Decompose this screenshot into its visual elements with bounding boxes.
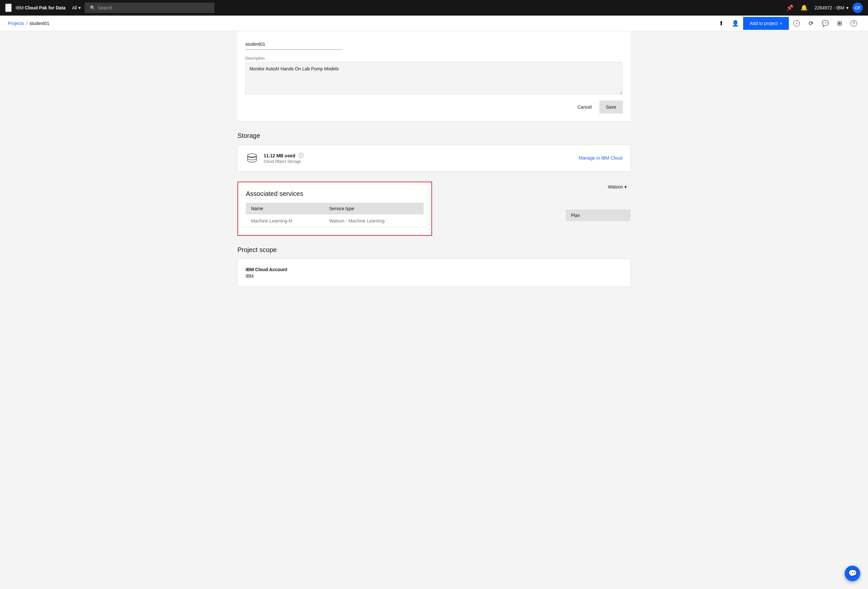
breadcrumb-separator: /: [26, 21, 28, 26]
services-table: Name Service type Machine Learning-hl Wa…: [246, 203, 424, 227]
app-brand: IBM Cloud Pak for Data: [16, 5, 65, 10]
subheader: Projects / student01 ⬆ 👤 Add to project …: [0, 16, 868, 31]
chat-icon: 💬: [822, 20, 829, 27]
topnav-right-actions: 📌 🔔 2264972 - IBM ▾ CF: [783, 0, 863, 16]
upload-icon: ⬆: [719, 20, 724, 27]
description-label: Description: [245, 56, 623, 61]
table-row: [566, 221, 630, 229]
pin-icon: 📌: [786, 4, 793, 11]
col-name-header: Name: [246, 203, 324, 214]
plus-icon: +: [780, 21, 782, 26]
bell-icon: 🔔: [800, 4, 807, 11]
breadcrumb-projects-link[interactable]: Projects: [8, 21, 24, 26]
storage-usage: 11.12 MB used: [264, 153, 295, 158]
service-name-cell: Machine Learning-hl: [246, 214, 324, 227]
col-plan-header: Plan: [566, 210, 630, 221]
chevron-down-icon: ▾: [846, 5, 849, 10]
top-navigation: ☰ IBM Cloud Pak for Data All ▾ 🔍 Search …: [0, 0, 868, 16]
menu-icon[interactable]: ☰: [5, 4, 12, 12]
comments-button[interactable]: 💬: [819, 17, 832, 30]
breadcrumb: Projects / student01: [8, 21, 49, 26]
breadcrumb-current: student01: [29, 21, 49, 26]
project-scope-heading: Project scope: [238, 246, 630, 254]
associated-services-container: Associated services Name Service type Ma…: [238, 182, 432, 236]
main-content: Description Monitor AutoAI Hands On Lab …: [230, 31, 638, 300]
add-collaborator-button[interactable]: 👤: [729, 17, 742, 30]
help-button[interactable]: ?: [847, 17, 860, 30]
form-actions: Cancel Save: [245, 100, 623, 114]
info-button[interactable]: i: [790, 17, 803, 30]
history-button[interactable]: ⟳: [805, 17, 818, 30]
table-row: Machine Learning-hl Watson - Machine Lea…: [246, 214, 424, 227]
scope-account-label: IBM Cloud Account: [245, 267, 623, 272]
subheader-actions: ⬆ 👤 Add to project + i ⟳ 💬 ⊞ ?: [714, 17, 860, 30]
storage-heading: Storage: [238, 132, 630, 139]
project-name-input[interactable]: [245, 39, 342, 50]
add-to-project-button[interactable]: Add to project +: [743, 17, 789, 30]
search-icon: 🔍: [90, 5, 95, 10]
chevron-down-icon: ▾: [78, 5, 81, 10]
col-service-type-header: Service type: [324, 203, 424, 214]
plan-cell: [566, 221, 630, 229]
search-bar[interactable]: 🔍 Search: [85, 3, 214, 13]
add-person-icon: 👤: [732, 20, 739, 27]
description-field: Description Monitor AutoAI Hands On Lab …: [245, 56, 623, 95]
context-dropdown[interactable]: All ▾: [72, 5, 81, 10]
project-details-card: Description Monitor AutoAI Hands On Lab …: [238, 31, 630, 122]
info-icon: i: [793, 20, 800, 27]
avatar[interactable]: CF: [852, 3, 863, 13]
chevron-down-icon: ▾: [624, 184, 627, 189]
description-textarea[interactable]: Monitor AutoAI Hands On Lab Pump Models: [245, 62, 623, 94]
history-icon: ⟳: [809, 20, 813, 27]
watson-filter-dropdown[interactable]: Watson ▾: [604, 182, 630, 192]
svg-point-0: [248, 154, 257, 157]
grid-view-button[interactable]: ⊞: [833, 17, 846, 30]
project-scope-section: Project scope IBM Cloud Account IBM: [238, 246, 630, 287]
services-table-header-row: Name Service type: [246, 203, 424, 214]
grid-icon: ⊞: [837, 20, 842, 27]
upload-button[interactable]: ⬆: [714, 17, 728, 30]
storage-section: Storage 11.12 MB used ⓘ Cloud Object Sto…: [238, 132, 630, 171]
associated-services-heading: Associated services: [246, 190, 424, 198]
storage-info: 11.12 MB used ⓘ Cloud Object Storage: [264, 152, 573, 164]
scope-account-value: IBM: [245, 273, 623, 279]
storage-info-icon[interactable]: ⓘ: [298, 153, 304, 158]
save-button[interactable]: Save: [599, 100, 623, 114]
manage-in-ibm-cloud-link[interactable]: Manage in IBM Cloud: [579, 155, 623, 161]
help-icon: ?: [850, 20, 857, 27]
cancel-button[interactable]: Cancel: [572, 100, 597, 114]
storage-card: 11.12 MB used ⓘ Cloud Object Storage Man…: [238, 145, 630, 171]
services-right-panel: Watson ▾ Plan: [561, 182, 630, 229]
service-type-cell: Watson - Machine Learning: [324, 214, 424, 227]
services-plan-table: Plan: [566, 210, 630, 229]
pin-icon-button[interactable]: 📌: [783, 0, 796, 16]
notifications-button[interactable]: 🔔: [798, 0, 810, 16]
project-name-field: [245, 39, 349, 50]
scope-card: IBM Cloud Account IBM: [238, 259, 630, 287]
associated-services-section: Associated services Name Service type Ma…: [238, 182, 630, 236]
account-selector[interactable]: 2264972 - IBM ▾: [812, 5, 851, 10]
storage-type: Cloud Object Storage: [264, 159, 573, 164]
storage-icon: [245, 152, 258, 164]
